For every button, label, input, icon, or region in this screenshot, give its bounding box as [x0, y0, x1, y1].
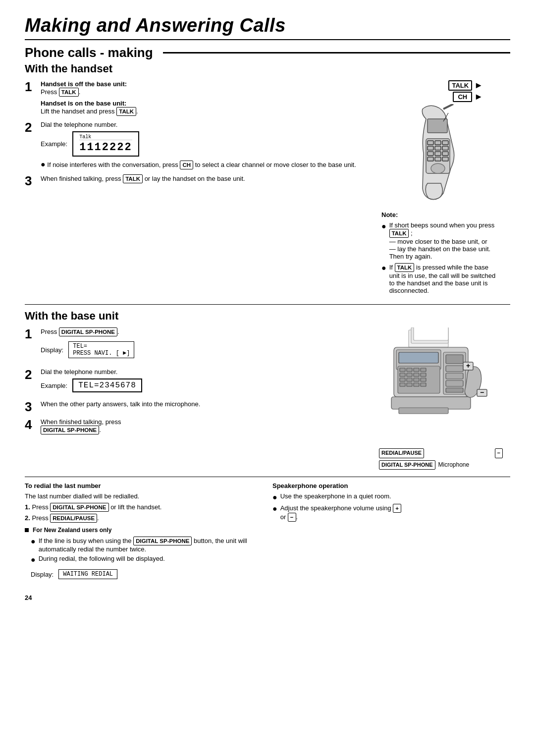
svg-rect-10	[435, 152, 441, 156]
microphone-label: Microphone	[438, 461, 470, 468]
ch-label-row: CH ►	[453, 92, 483, 102]
nz-b1-dot: ●	[31, 537, 36, 546]
step1-text2: Lift the handset and press	[41, 108, 116, 115]
step2-text: Dial the telephone number.	[41, 121, 362, 128]
nz-bullet-list: ● If the line is busy when using the DIG…	[31, 537, 263, 564]
redial-s2-kbd: REDIAL/PAUSE	[50, 514, 97, 523]
base-step1-text-row: Press DIGITAL SP-PHONE.	[41, 327, 362, 336]
base-step1-content: Press DIGITAL SP-PHONE. Display: TEL= PR…	[41, 327, 362, 363]
base-s1-period: .	[117, 328, 119, 335]
svg-rect-33	[407, 378, 412, 381]
subsection-handset-title: With the handset	[25, 62, 510, 75]
subsection-base-title: With the base unit	[25, 310, 510, 323]
base-step1-display-row: Display: TEL= PRESS NAVI. [ ►]	[41, 339, 362, 360]
note-b1-text1: If short beeps sound when you press	[389, 221, 494, 229]
note-b1-sub2: — lay the handset on the base unit.	[389, 245, 491, 253]
svg-rect-7	[435, 146, 441, 150]
fax-labels-row: REDIAL/PAUSE −	[379, 448, 503, 458]
note-bullet2-dot: ●	[381, 263, 386, 272]
step2-bullet-dot: ●	[41, 160, 46, 168]
talk-label-row: TALK ►	[448, 80, 483, 91]
svg-rect-13	[435, 157, 441, 161]
redial-col: To redial the last number The last numbe…	[25, 482, 263, 584]
svg-rect-28	[400, 373, 405, 377]
step2-display-value: 1112222	[79, 141, 132, 154]
minus-label: −	[495, 448, 503, 458]
nz-bullet1: ● If the line is busy when using the DIG…	[31, 537, 263, 553]
section-title-phone-calls: Phone calls - making	[25, 45, 510, 60]
svg-rect-19	[414, 327, 448, 340]
handset-section: 1 Handset is off the base unit: Press TA…	[25, 80, 510, 297]
handset-labels: TALK ► CH ►	[399, 80, 483, 102]
note-b2-kbd: TALK	[395, 263, 415, 272]
base-s4-kbd: DIGITAL SP-PHONE	[41, 426, 99, 434]
sp-b2-text1: Adjust the speakerphone volume using	[280, 504, 393, 512]
svg-rect-31	[421, 373, 426, 377]
svg-rect-44	[446, 380, 463, 386]
svg-rect-12	[428, 157, 433, 161]
nz-bullet2: ● During redial, the following will be d…	[31, 555, 263, 564]
handset-image-area: TALK ► CH ►	[399, 80, 483, 203]
step2-kbd-ch: CH	[180, 161, 193, 169]
nz-b1-text1: If the line is busy when using the	[39, 537, 134, 544]
base-s4-period: .	[99, 426, 101, 433]
svg-rect-34	[414, 378, 419, 381]
nz-display-row: Display: WAITING REDIAL	[31, 567, 263, 581]
svg-rect-1	[428, 119, 447, 133]
step1-off-base-text: Press TALK.	[41, 88, 362, 97]
base-step4: 4 When finished talking, press DIGITAL S…	[25, 418, 362, 434]
nz-b1-content: If the line is busy when using the DIGIT…	[39, 537, 263, 553]
bottom-divider	[25, 477, 510, 477]
note-b1-text2: ;	[411, 229, 413, 237]
step2-display: Talk 1112222	[72, 131, 139, 157]
step1-bold1: Handset is off the base unit:	[41, 80, 127, 88]
svg-rect-37	[407, 383, 412, 386]
speakerphone-title: Speakerphone operation	[272, 482, 510, 489]
svg-text:+: +	[466, 362, 470, 370]
base-s1-display: TEL= PRESS NAVI. [ ►]	[68, 341, 134, 358]
base-s1-text1: Press	[41, 328, 59, 335]
note-section: Note: ● If short beeps sound when you pr…	[381, 211, 500, 297]
svg-rect-24	[400, 368, 405, 372]
step2-display-box: Talk 1112222	[72, 131, 139, 157]
sp-b2-kbd1: +	[393, 504, 401, 513]
base-step2-example-row: Example: TEL=2345678	[41, 378, 362, 392]
base-s1-disp-line2: PRESS NAVI. [ ►]	[73, 350, 130, 357]
svg-text:−: −	[480, 388, 484, 396]
redial-text1: The last number dialled will be redialle…	[25, 492, 263, 500]
svg-rect-29	[407, 373, 412, 377]
redial-s1-num: 1.	[25, 503, 32, 511]
svg-rect-45	[446, 388, 463, 392]
sp-b2-content: Adjust the speakerphone volume using + o…	[280, 504, 401, 522]
redial-step1: 1. Press DIGITAL SP-PHONE or lift the ha…	[25, 503, 263, 512]
base-s1-display-label: Display:	[41, 346, 63, 354]
nz-display: WAITING REDIAL	[58, 569, 117, 579]
note-title: Note:	[381, 211, 500, 218]
note-bullet2: ● If TALK is pressed while the base unit…	[381, 263, 500, 294]
step1-on-base: Handset is on the base unit:	[41, 100, 362, 107]
speakerphone-col: Speakerphone operation ● Use the speaker…	[272, 482, 510, 584]
step2-noise-note: ● If noise interferes with the conversat…	[41, 160, 362, 169]
svg-rect-41	[446, 355, 463, 364]
section-divider	[25, 304, 510, 305]
note-b1-sub1: — move closer to the base unit, or	[389, 238, 487, 245]
svg-rect-35	[421, 378, 426, 381]
step1-on-base-text: Lift the handset and press TALK.	[41, 107, 362, 116]
nz-square-bullet	[25, 528, 29, 532]
fax-image-area: + − REDIAL/PAUSE − DIGITAL SP-PHONE Micr…	[379, 327, 503, 470]
base-left-col: 1 Press DIGITAL SP-PHONE. Display: TEL= …	[25, 327, 372, 470]
note-bullet1: ● If short beeps sound when you press TA…	[381, 221, 500, 260]
base-step2-num: 2	[25, 368, 37, 381]
base-step3-content: When the other party answers, talk into …	[41, 400, 362, 408]
redial-s1-text2: or lift the handset.	[110, 503, 161, 511]
svg-rect-3	[428, 141, 433, 145]
step3-content: When finished talking, press TALK or lay…	[41, 174, 362, 183]
sp-b2-period: .	[296, 513, 298, 521]
handset-step1: 1 Handset is off the base unit: Press TA…	[25, 80, 362, 116]
nz-b2-text: During redial, the following will be dis…	[39, 555, 165, 562]
svg-rect-47	[399, 408, 448, 414]
base-s2-display: TEL=2345678	[72, 378, 142, 392]
svg-rect-9	[428, 152, 433, 156]
step2-example-row: Example: Talk 1112222	[41, 131, 362, 157]
step1-kbd-talk1: TALK	[59, 88, 79, 97]
